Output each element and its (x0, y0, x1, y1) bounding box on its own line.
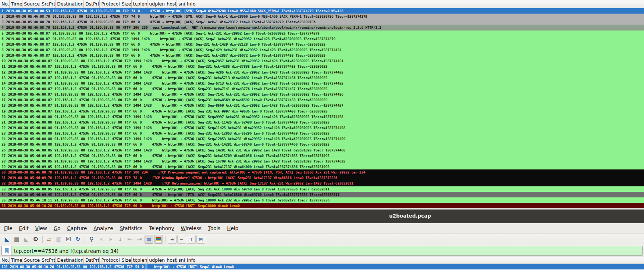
column-header-size[interactable]: Size (120, 257, 132, 264)
column-header-host[interactable]: host (165, 0, 177, 8)
menu-help[interactable]: Help (224, 225, 242, 231)
menu-capture[interactable]: Capture (64, 225, 90, 231)
restart-capture-icon[interactable]: ◣ (22, 235, 31, 244)
packet-row[interactable]: 322019-08-30 05:46:09.9591.189.95.838019… (0, 180, 644, 186)
column-header-udplen[interactable]: udplen (147, 0, 165, 8)
packet-row[interactable]: 42019-08-30 05:46:08.70192.168.1.2475369… (0, 25, 644, 30)
column-header-host[interactable]: host (165, 257, 177, 264)
menu-analyze[interactable]: Analyze (90, 225, 116, 231)
colorize-icon[interactable] (154, 235, 163, 244)
packet-row[interactable]: 92019-08-30 05:46:08.87192.168.1.2475369… (0, 53, 644, 58)
column-header-source[interactable]: Source (22, 0, 40, 8)
find-packet-icon[interactable]: ⚲ (87, 235, 96, 244)
column-header-destination[interactable]: Destination (56, 257, 84, 264)
menu-file[interactable]: File (1, 225, 16, 231)
start-capture-icon[interactable]: ◣ (3, 235, 11, 244)
column-header-srcprt[interactable]: SrcPrt (40, 257, 56, 264)
packet-row[interactable]: 172019-08-30 05:46:08.87192.168.1.247536… (0, 97, 644, 103)
packet-row[interactable]: 202019-08-30 05:46:08.8891.189.95.838019… (0, 114, 644, 119)
go-back-icon[interactable]: « (97, 235, 106, 244)
column-header-udplen[interactable]: udplen (147, 257, 165, 264)
menu-telephony[interactable]: Telephony (146, 225, 177, 231)
packet-cell-size: 74 (130, 8, 136, 14)
packet-row[interactable]: 222019-08-30 05:46:08.8891.189.95.838019… (0, 125, 644, 130)
auto-scroll-icon[interactable]: ≡ (145, 235, 153, 244)
menu-tools[interactable]: Tools (205, 225, 224, 231)
column-header-dstprt[interactable]: DstPrt (84, 0, 100, 8)
menu-view[interactable]: View (32, 225, 50, 231)
packet-row[interactable]: 262019-08-30 05:46:09.0591.189.95.838019… (0, 147, 644, 153)
column-header-srcprt[interactable]: SrcPrt (40, 0, 56, 8)
packet-cell-sni (148, 64, 150, 69)
capture-options-icon[interactable]: ⚙ (31, 235, 40, 244)
packet-row[interactable]: 162019-08-30 05:46:08.8791.189.95.838019… (0, 92, 644, 97)
packet-row[interactable]: 302019-08-30 05:46:09.7891.189.95.838019… (0, 169, 644, 175)
packet-row[interactable]: 142019-08-30 05:46:08.8791.189.95.838019… (0, 81, 644, 86)
menu-go[interactable]: Go (50, 225, 64, 231)
menu-edit[interactable]: Edit (16, 225, 32, 231)
resize-columns-icon[interactable]: ⊞ (196, 235, 205, 244)
column-header-info[interactable]: Info (185, 257, 196, 264)
packet-row[interactable]: 132019-08-30 05:46:08.87192.168.1.247536… (0, 75, 644, 81)
packet-row[interactable]: 1922019-08-30 05:46:10.2691.189.95.83801… (0, 264, 644, 269)
packet-row[interactable]: 62019-08-30 05:46:08.8791.189.95.8380192… (0, 36, 644, 42)
column-header-sni[interactable]: sni (177, 0, 185, 8)
packet-row[interactable]: 52019-08-30 05:46:08.8791.189.95.8380192… (0, 31, 644, 36)
display-filter-input[interactable] (12, 246, 642, 255)
column-header-tcplen[interactable]: tcplen (132, 0, 148, 8)
column-header-time[interactable]: Time (10, 257, 23, 264)
close-file-icon[interactable]: ☒ (64, 235, 73, 244)
packet-row[interactable]: 312019-08-30 05:46:09.78192.168.1.247536… (0, 175, 644, 180)
packet-row[interactable]: 292019-08-30 05:46:09.05192.168.1.247536… (0, 164, 644, 169)
go-first-icon[interactable]: ⇤ (125, 235, 134, 244)
packet-row[interactable]: 362019-08-30 05:46:10.2691.189.95.838019… (0, 203, 644, 208)
packet-row[interactable]: 112019-08-30 05:46:08.87192.168.1.247536… (0, 64, 644, 69)
packet-row[interactable]: 102019-08-30 05:46:08.8791.189.95.838019… (0, 58, 644, 64)
column-header-size[interactable]: Size (120, 0, 132, 8)
packet-row[interactable]: 12019-08-30 05:46:08.53192.168.1.2475369… (0, 8, 644, 14)
packet-cell-host (143, 14, 146, 19)
packet-row[interactable]: 272019-08-30 05:46:09.05192.168.1.247536… (0, 153, 644, 158)
packet-row[interactable]: 332019-08-30 05:46:09.95192.168.1.247536… (0, 186, 644, 192)
zoom-in-icon[interactable]: + (168, 235, 177, 244)
column-header-protocol[interactable]: Protocol (100, 0, 120, 8)
filter-bookmark-button[interactable] (2, 246, 12, 255)
packet-row[interactable]: 192019-08-30 05:46:08.87192.168.1.247536… (0, 108, 644, 114)
packet-row[interactable]: 182019-08-30 05:46:08.8791.189.95.838019… (0, 103, 644, 108)
column-header-source[interactable]: Source (22, 257, 40, 264)
go-to-packet-icon[interactable]: ⇣ (116, 235, 125, 244)
go-last-icon[interactable]: ⇥ (135, 235, 144, 244)
column-header-no[interactable]: No. (0, 257, 10, 264)
packet-row[interactable]: 82019-08-30 05:46:08.8791.189.95.8380192… (0, 47, 644, 53)
packet-row[interactable]: 342019-08-30 05:46:09.95192.168.1.247536… (0, 192, 644, 197)
packet-row[interactable]: 72019-08-30 05:46:08.87192.168.1.2475369… (0, 42, 644, 47)
menu-wireless[interactable]: Wireless (177, 225, 205, 231)
window-titlebar[interactable]: u2boated.pcap (0, 210, 644, 223)
zoom-100-icon[interactable]: 1 (187, 235, 196, 244)
column-header-no[interactable]: No. (0, 0, 10, 8)
go-forward-icon[interactable]: » (106, 235, 115, 244)
packet-row[interactable]: 242019-08-30 05:46:08.8891.189.95.838019… (0, 136, 644, 142)
zoom-out-icon[interactable]: − (177, 235, 186, 244)
packet-row[interactable]: 122019-08-30 05:46:08.8791.189.95.838019… (0, 69, 644, 75)
packet-row[interactable]: 282019-08-30 05:46:09.0591.189.95.838019… (0, 158, 644, 164)
packet-row[interactable]: 352019-08-30 05:46:10.1191.189.95.838019… (0, 197, 644, 203)
column-header-destination[interactable]: Destination (56, 0, 84, 8)
column-header-tcplen[interactable]: tcplen (132, 257, 148, 264)
column-header-time[interactable]: Time (10, 0, 23, 8)
reload-file-icon[interactable]: ↻ (74, 235, 82, 244)
packet-row[interactable]: 32019-08-30 05:46:08.70192.168.1.2475369… (0, 19, 644, 25)
column-header-protocol[interactable]: Protocol (100, 257, 120, 264)
packet-row[interactable]: 212019-08-30 05:46:08.88192.168.1.247536… (0, 119, 644, 125)
column-header-sni[interactable]: sni (177, 257, 185, 264)
column-header-info[interactable]: Info (185, 0, 196, 8)
stop-capture-icon[interactable]: ■ (12, 235, 21, 244)
menu-statistics[interactable]: Statistics (116, 225, 146, 231)
column-header-dstprt[interactable]: DstPrt (84, 257, 100, 264)
packet-row[interactable]: 232019-08-30 05:46:08.88192.168.1.247536… (0, 130, 644, 136)
packet-row[interactable]: 152019-08-30 05:46:08.87192.168.1.247536… (0, 86, 644, 92)
packet-row[interactable]: 22019-08-30 05:46:08.7091.189.95.8380192… (0, 14, 644, 19)
packet-row[interactable]: 252019-08-30 05:46:08.88192.168.1.247536… (0, 142, 644, 147)
open-file-icon[interactable]: ▱ (45, 235, 54, 244)
save-file-icon[interactable]: ▥ (54, 235, 63, 244)
